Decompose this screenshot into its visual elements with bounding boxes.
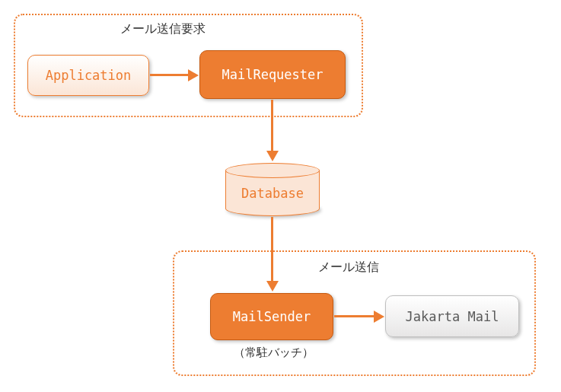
node-mail-sender: MailSender xyxy=(210,293,333,340)
group-mail-send-label: メール送信 xyxy=(318,260,379,276)
node-mail-requester-label: MailRequester xyxy=(222,67,323,82)
node-jakarta-mail: Jakarta Mail xyxy=(385,295,519,337)
mail-sender-note: （常駐バッチ） xyxy=(234,346,314,360)
cylinder-top xyxy=(225,163,320,178)
node-database-label: Database xyxy=(225,186,320,201)
node-application-label: Application xyxy=(46,68,132,83)
node-database: Database xyxy=(225,163,320,216)
node-jakarta-mail-label: Jakarta Mail xyxy=(406,309,499,324)
node-application: Application xyxy=(27,55,149,96)
group-mail-request-label: メール送信要求 xyxy=(120,21,206,37)
node-mail-sender-label: MailSender xyxy=(233,309,311,324)
node-mail-requester: MailRequester xyxy=(199,50,346,99)
